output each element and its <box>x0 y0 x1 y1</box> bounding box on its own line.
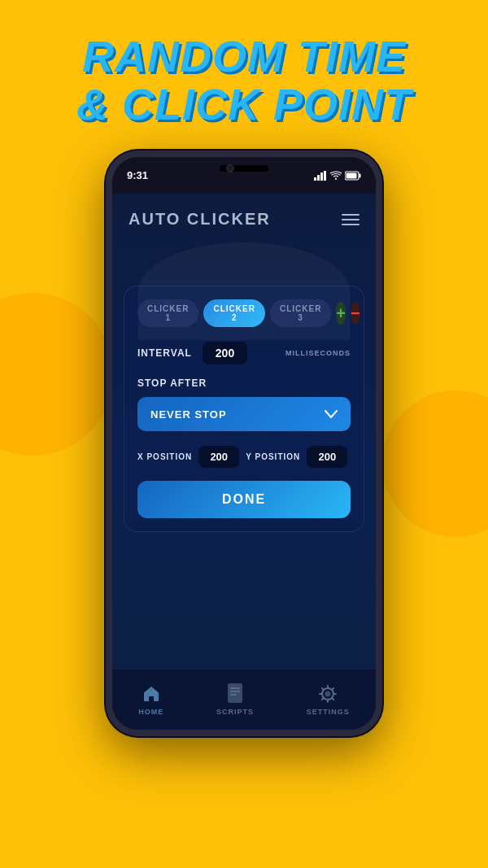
interval-value[interactable]: 200 <box>203 342 247 364</box>
y-position-value[interactable]: 200 <box>307 446 347 468</box>
svg-point-11 <box>325 691 331 697</box>
battery-icon <box>345 171 361 181</box>
bottom-nav: HOME SCRIPTS <box>112 669 376 730</box>
svg-rect-7 <box>228 683 242 703</box>
side-button-top <box>381 255 382 295</box>
stop-after-section: STOP AFTER NEVER STOP <box>137 377 351 431</box>
wifi-icon <box>330 171 342 180</box>
hamburger-line2 <box>342 219 359 220</box>
status-icons <box>314 171 361 181</box>
svg-rect-5 <box>359 173 361 177</box>
header-line2: & CLICK POINT <box>76 80 412 129</box>
stop-after-dropdown[interactable]: NEVER STOP <box>137 397 351 431</box>
interval-row: INTERVAL 200 MILLISECONDS <box>137 342 351 364</box>
menu-button[interactable] <box>342 214 359 225</box>
app-title: AUTO CLICKER <box>129 210 271 229</box>
home-icon <box>141 683 162 704</box>
side-button-left <box>106 271 107 303</box>
position-row: X POSITION 200 Y POSITION 200 <box>137 446 351 468</box>
phone-frame: 9:31 <box>106 150 382 736</box>
bg-circle-left <box>0 293 114 456</box>
x-position-label: X POSITION <box>137 452 192 461</box>
signal-icon <box>314 171 327 181</box>
settings-icon <box>317 683 338 704</box>
hamburger-line3 <box>342 224 359 225</box>
screen-wave <box>138 242 350 340</box>
remove-tab-button[interactable]: − <box>351 302 360 325</box>
app-header: AUTO CLICKER <box>112 194 376 237</box>
status-time: 9:31 <box>127 169 148 181</box>
phone-camera <box>220 165 268 172</box>
nav-settings-label: SETTINGS <box>307 708 350 716</box>
svg-rect-3 <box>324 171 326 181</box>
phone-screen: AUTO CLICKER CLICKER 1 CLICKER 2 CLICKER… <box>112 194 376 730</box>
nav-settings[interactable]: SETTINGS <box>307 683 350 716</box>
nav-home-label: HOME <box>138 708 163 716</box>
svg-rect-0 <box>314 177 316 181</box>
svg-rect-8 <box>230 687 240 689</box>
header-section: RANDOM TIME & CLICK POINT <box>0 33 488 129</box>
svg-rect-2 <box>320 172 323 181</box>
x-position-value[interactable]: 200 <box>198 446 239 468</box>
stop-after-label: STOP AFTER <box>137 377 351 389</box>
status-bar: 9:31 <box>112 157 376 194</box>
nav-scripts[interactable]: SCRIPTS <box>216 683 254 716</box>
nav-home[interactable]: HOME <box>138 683 163 716</box>
hamburger-line1 <box>342 214 359 216</box>
interval-label: INTERVAL <box>137 347 194 359</box>
svg-rect-10 <box>230 694 237 696</box>
done-button[interactable]: DONE <box>137 481 351 518</box>
header-line1: RANDOM TIME <box>82 32 406 81</box>
dropdown-value: NEVER STOP <box>150 408 227 421</box>
y-position-label: Y POSITION <box>246 452 300 461</box>
svg-rect-1 <box>317 175 320 181</box>
side-button-bottom <box>381 312 382 377</box>
svg-rect-6 <box>346 172 357 178</box>
scripts-icon <box>224 683 246 704</box>
nav-scripts-label: SCRIPTS <box>216 708 254 716</box>
svg-rect-9 <box>230 691 240 692</box>
interval-unit: MILLISECONDS <box>285 349 351 357</box>
chevron-down-icon <box>325 407 338 421</box>
bg-circle-right <box>382 390 488 537</box>
